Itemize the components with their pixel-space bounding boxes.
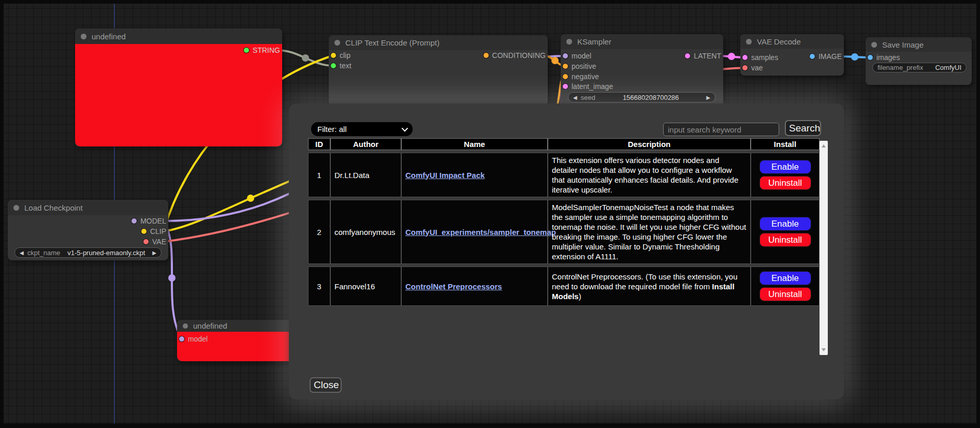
widget-name: ckpt_name xyxy=(27,249,61,257)
ext-description: This extension offers various detector n… xyxy=(548,153,751,197)
slot-label: latent_image xyxy=(572,82,613,91)
node-title-bar[interactable]: Save Image xyxy=(866,37,972,52)
node-collapse-dot-icon[interactable] xyxy=(871,42,877,48)
node-title-bar[interactable]: CLIP Text Encode (Prompt) xyxy=(329,35,548,50)
link-dot-clip[interactable] xyxy=(247,195,254,202)
port-latent-image-input[interactable] xyxy=(563,84,568,89)
filename-prefix-widget[interactable]: filename_prefix ComfyUI xyxy=(872,63,967,72)
node-collapse-dot-icon[interactable] xyxy=(13,205,19,211)
node-title-bar[interactable]: KSampler xyxy=(561,34,723,49)
uninstall-button[interactable]: Uninstall xyxy=(759,176,811,190)
ext-author: comfyanonymous xyxy=(330,200,401,264)
comfyui-app: undefined STRING CLIP Text Encode (Promp… xyxy=(0,0,980,428)
input-slot-latent-image: latent_image xyxy=(563,81,613,92)
widget-name: filename_prefix xyxy=(877,64,923,71)
decrement-arrow-icon[interactable]: ◀ xyxy=(20,250,24,256)
filter-select[interactable]: Filter: all xyxy=(311,122,413,136)
header-description: Description xyxy=(548,138,751,150)
node-save-image[interactable]: Save Image images filename_prefix ComfyU… xyxy=(866,37,972,85)
table-row: 1 Dr.Lt.Data ComfyUI Impact Pack This ex… xyxy=(308,153,820,197)
port-latent-output[interactable] xyxy=(685,53,690,58)
output-slot-string: STRING xyxy=(244,45,280,55)
port-vae-output[interactable] xyxy=(143,239,149,244)
node-title-bar[interactable]: undefined xyxy=(75,28,282,44)
increment-arrow-icon[interactable]: ▶ xyxy=(152,250,156,256)
port-clip-input[interactable] xyxy=(331,53,336,58)
port-text-input[interactable] xyxy=(331,63,336,68)
port-string-output[interactable] xyxy=(244,48,249,53)
chevron-down-icon xyxy=(402,125,408,132)
custom-nodes-manager-dialog: Filter: all Search ID Author Name Descri… xyxy=(289,104,844,400)
port-images-input[interactable] xyxy=(868,55,873,60)
enable-button[interactable]: Enable xyxy=(759,271,811,285)
node-collapse-dot-icon[interactable] xyxy=(334,40,340,46)
node-title: VAE Decode xyxy=(757,37,801,46)
scroll-down-icon[interactable] xyxy=(822,348,826,351)
node-collapse-dot-icon[interactable] xyxy=(566,39,572,45)
node-title-bar[interactable]: VAE Decode xyxy=(740,34,844,49)
link-dot-latent[interactable] xyxy=(728,53,735,60)
slot-label: model xyxy=(572,52,591,60)
widget-name: seed xyxy=(581,94,595,101)
slot-label: LATENT xyxy=(694,52,721,60)
node-ksampler[interactable]: KSampler model positive negative latent_… xyxy=(561,34,723,108)
node-clip-text-encode[interactable]: CLIP Text Encode (Prompt) clip text COND… xyxy=(329,35,548,106)
ext-name-link[interactable]: ComfyUI Impact Pack xyxy=(405,171,485,180)
port-clip-output[interactable] xyxy=(141,229,147,234)
slot-label: CLIP xyxy=(150,227,166,235)
node-title-bar[interactable]: undefined xyxy=(177,320,296,332)
port-conditioning-output[interactable] xyxy=(484,53,489,58)
port-samples-input[interactable] xyxy=(742,55,748,60)
node-title: CLIP Text Encode (Prompt) xyxy=(345,38,440,47)
node-error-body xyxy=(75,44,282,146)
input-slot-negative: negative xyxy=(563,71,599,82)
increment-arrow-icon[interactable]: ▶ xyxy=(706,95,710,100)
ext-name-link[interactable]: ControlNet Preprocessors xyxy=(405,282,502,291)
slot-label: text xyxy=(340,62,352,70)
link-dot-image[interactable] xyxy=(851,53,858,61)
search-input[interactable] xyxy=(663,123,779,136)
search-button[interactable]: Search xyxy=(785,120,821,136)
node-undefined-model[interactable]: undefined model xyxy=(177,320,296,361)
port-model-input[interactable] xyxy=(179,336,184,342)
link-dot-string[interactable] xyxy=(302,54,309,62)
ext-name-link[interactable]: ComfyUI_experiments/sampler_tonemap xyxy=(405,228,556,237)
link-dot-model[interactable] xyxy=(168,274,175,282)
graph-canvas[interactable]: undefined STRING CLIP Text Encode (Promp… xyxy=(0,0,980,428)
canvas-frame-right xyxy=(976,0,980,428)
output-slot-conditioning: CONDITIONING xyxy=(484,50,546,61)
header-name: Name xyxy=(401,138,548,150)
widget-value: 156680208700286 xyxy=(599,94,703,101)
node-vae-decode[interactable]: VAE Decode samples vae IMAGE xyxy=(740,34,844,76)
seed-widget[interactable]: ◀ seed 156680208700286 ▶ xyxy=(568,92,715,102)
table-scrollbar[interactable] xyxy=(820,141,828,355)
port-negative-input[interactable] xyxy=(563,74,568,79)
table-header-row: ID Author Name Description Install xyxy=(308,138,820,150)
link-dot-conditioning[interactable] xyxy=(551,57,559,64)
port-model-input[interactable] xyxy=(563,53,568,58)
input-slot-text: text xyxy=(331,61,352,71)
port-image-output[interactable] xyxy=(810,54,815,59)
port-vae-input[interactable] xyxy=(742,65,748,70)
node-title-bar[interactable]: Load Checkpoint xyxy=(8,200,168,215)
decrement-arrow-icon[interactable]: ◀ xyxy=(573,95,577,100)
enable-button[interactable]: Enable xyxy=(759,217,811,231)
uninstall-button[interactable]: Uninstall xyxy=(759,233,811,247)
node-load-checkpoint[interactable]: Load Checkpoint MODEL CLIP VAE ◀ ckpt_na… xyxy=(8,200,168,260)
slot-label: vae xyxy=(751,64,763,72)
enable-button[interactable]: Enable xyxy=(759,160,811,174)
node-undefined-string[interactable]: undefined STRING xyxy=(75,28,282,146)
uninstall-button[interactable]: Uninstall xyxy=(759,287,811,301)
node-collapse-dot-icon[interactable] xyxy=(183,323,188,329)
scroll-up-icon[interactable] xyxy=(822,144,826,147)
node-title: undefined xyxy=(92,32,126,41)
node-collapse-dot-icon[interactable] xyxy=(81,34,86,39)
ckpt-name-widget[interactable]: ◀ ckpt_name v1-5-pruned-emaonly.ckpt ▶ xyxy=(14,247,162,258)
port-model-output[interactable] xyxy=(131,218,137,224)
slot-label: clip xyxy=(340,51,350,60)
close-button[interactable]: Close xyxy=(310,377,342,393)
port-positive-input[interactable] xyxy=(563,64,568,69)
input-slot-model: model xyxy=(179,334,208,344)
node-collapse-dot-icon[interactable] xyxy=(746,39,752,45)
output-slot-latent: LATENT xyxy=(685,51,721,61)
